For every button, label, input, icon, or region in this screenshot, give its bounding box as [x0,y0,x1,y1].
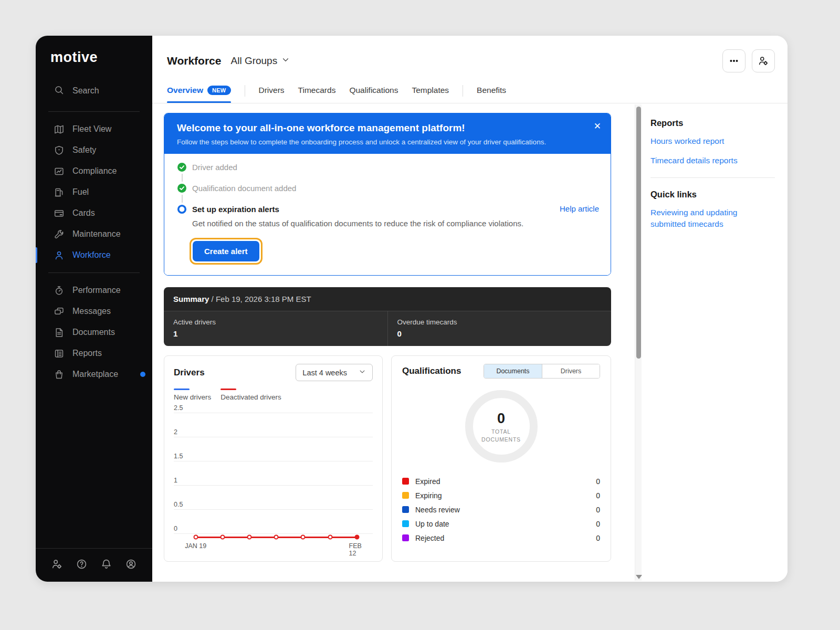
banner-checklist: Driver addedQualification document added… [164,154,611,275]
wrench-icon [54,229,64,239]
legend-swatch [402,492,409,499]
sidebar-item-label: Maintenance [72,229,121,239]
more-options-button[interactable] [722,49,746,72]
sidebar-nav-top: Fleet ViewSafetyComplianceFuelCardsMaint… [36,119,152,266]
help-article-link[interactable]: Help article [560,204,599,213]
toggle-drivers[interactable]: Drivers [542,364,600,378]
qualification-legend-row: Needs review0 [402,502,600,517]
sidebar-item-cards[interactable]: Cards [36,203,152,224]
bag-icon [54,370,64,380]
scroll-area: Welcome to your all-in-one workforce man… [152,103,635,582]
sidebar-item-reports[interactable]: Reports [36,343,152,364]
legend-swatch [402,520,409,527]
sidebar-item-label: Workforce [72,250,111,260]
tab-label: Benefits [477,86,506,95]
drivers-chart-legend: New driversDeactivated drivers [174,388,373,401]
data-point [328,535,332,540]
check-circle-icon [177,162,187,172]
sidebar-item-fuel[interactable]: Fuel [36,182,152,203]
gridline [174,485,373,486]
sidebar-item-compliance[interactable]: Compliance [36,161,152,182]
sidebar-item-performance[interactable]: Performance [36,280,152,301]
sidebar-item-label: Compliance [72,166,117,176]
y-axis-tick: 2 [174,428,177,436]
sidebar-item-workforce[interactable]: Workforce [36,245,152,266]
report-link[interactable]: Hours worked report [650,135,761,147]
sidebar-search[interactable]: Search [36,80,152,101]
group-selector[interactable]: All Groups [230,55,290,67]
tab-templates[interactable]: Templates [412,86,449,102]
sidebar-item-safety[interactable]: Safety [36,140,152,161]
notifications-button[interactable] [101,559,112,572]
report-link[interactable]: Timecard details reports [650,155,761,166]
create-alert-button[interactable]: Create alert [193,241,259,261]
legend-label: Up to date [415,520,449,528]
compliance-icon [54,166,64,176]
vertical-scrollbar[interactable] [635,104,642,581]
legend-label: Expiring [415,491,442,500]
legend-item: New drivers [174,388,211,401]
step-connector [182,195,183,203]
summary-title: Summary [173,295,209,303]
user-settings-icon [51,559,62,570]
sidebar-item-marketplace[interactable]: Marketplace [36,364,152,385]
current-step-icon [177,204,187,214]
step-label: Qualification document added [192,183,296,193]
notifications-icon [101,559,112,570]
tab-overview[interactable]: OverviewNEW [167,86,231,102]
shield-icon [54,145,64,155]
more-options-icon [729,56,739,66]
quick-link[interactable]: Reviewing and updating submitted timecar… [650,207,761,230]
sidebar-item-label: Performance [72,286,121,295]
toggle-documents[interactable]: Documents [484,364,542,378]
user-settings-button[interactable] [51,559,62,572]
sidebar-item-label: Reports [72,349,102,358]
right-panel: Reports Hours worked reportTimecard deta… [635,103,788,582]
stopwatch-icon [54,286,64,296]
sidebar-item-fleet-view[interactable]: Fleet View [36,119,152,140]
summary-block: Summary / Feb 19, 2026 3:18 PM EST Activ… [164,287,611,346]
y-axis-tick: 1.5 [174,453,183,460]
legend-value: 0 [596,534,600,542]
summary-stat: Active drivers1 [164,311,387,346]
sidebar-item-documents[interactable]: Documents [36,322,152,343]
right-panel-divider [650,177,775,178]
account-button[interactable] [125,559,136,572]
tab-drivers[interactable]: Drivers [259,86,285,102]
app-header: Workforce All Groups [152,36,788,72]
new-badge: NEW [207,86,231,95]
sidebar-divider [48,272,140,273]
tab-divider [245,85,245,97]
help-button[interactable] [76,559,87,572]
main-area: Workforce All Groups OverviewNEWDriversT… [152,36,788,582]
drivers-card-title: Drivers [174,368,205,378]
date-range-select[interactable]: Last 4 weeks [296,364,373,381]
scrollbar-thumb[interactable] [636,107,641,359]
tab-qualifications[interactable]: Qualifications [349,86,398,102]
sidebar-footer [36,548,152,582]
close-icon[interactable]: ✕ [594,121,601,132]
tab-timecards[interactable]: Timecards [298,86,336,102]
banner-header: Welcome to your all-in-one workforce man… [164,113,611,154]
sidebar-item-messages[interactable]: Messages [36,301,152,322]
legend-item: Deactivated drivers [220,388,281,401]
sidebar-search-label: Search [72,86,99,96]
legend-value: 0 [596,506,600,514]
page-title: Workforce [167,55,221,67]
fuel-icon [54,187,64,197]
y-axis-tick: 2.5 [174,404,183,412]
date-range-value: Last 4 weeks [302,369,347,377]
sidebar-divider [48,111,140,112]
data-point [247,535,252,540]
search-icon [54,85,64,97]
sidebar-item-maintenance[interactable]: Maintenance [36,224,152,245]
person-icon [54,250,64,260]
sidebar-item-label: Cards [72,208,95,218]
user-settings-button[interactable] [752,49,775,72]
stat-label: Overdue timecards [397,318,602,326]
step-label: Set up expiration alerts [192,204,279,214]
tab-benefits[interactable]: Benefits [477,86,506,102]
gridline [174,413,373,413]
scrollbar-down-arrow[interactable] [636,575,642,579]
account-icon [125,559,136,570]
